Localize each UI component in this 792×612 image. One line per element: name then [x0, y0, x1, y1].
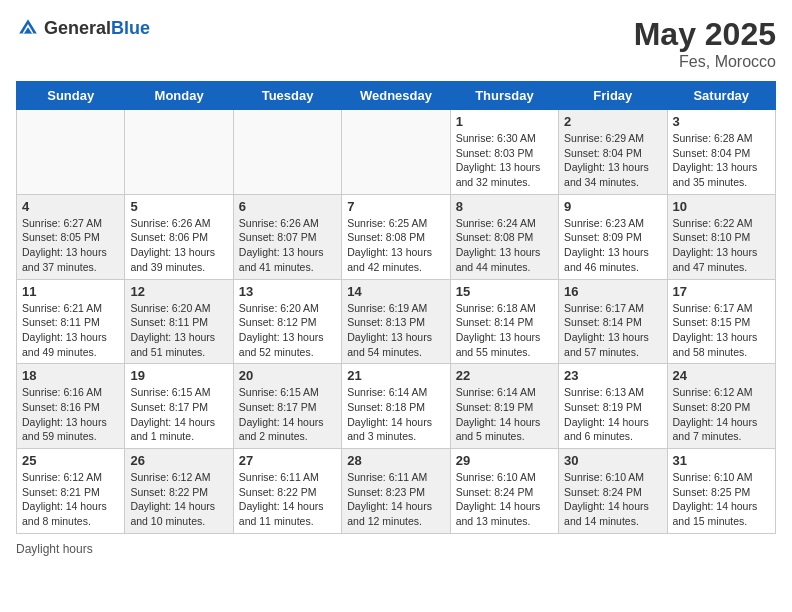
- calendar-cell: [125, 110, 233, 195]
- day-number: 5: [130, 199, 227, 214]
- weekday-header: Friday: [559, 82, 667, 110]
- day-info: Sunrise: 6:12 AM Sunset: 8:21 PM Dayligh…: [22, 470, 119, 529]
- day-number: 11: [22, 284, 119, 299]
- day-number: 24: [673, 368, 770, 383]
- day-info: Sunrise: 6:16 AM Sunset: 8:16 PM Dayligh…: [22, 385, 119, 444]
- day-number: 10: [673, 199, 770, 214]
- day-number: 3: [673, 114, 770, 129]
- day-info: Sunrise: 6:11 AM Sunset: 8:22 PM Dayligh…: [239, 470, 336, 529]
- day-number: 14: [347, 284, 444, 299]
- day-number: 9: [564, 199, 661, 214]
- day-info: Sunrise: 6:20 AM Sunset: 8:11 PM Dayligh…: [130, 301, 227, 360]
- calendar-cell: 2Sunrise: 6:29 AM Sunset: 8:04 PM Daylig…: [559, 110, 667, 195]
- calendar-week-row: 11Sunrise: 6:21 AM Sunset: 8:11 PM Dayli…: [17, 279, 776, 364]
- day-info: Sunrise: 6:24 AM Sunset: 8:08 PM Dayligh…: [456, 216, 553, 275]
- day-number: 21: [347, 368, 444, 383]
- day-number: 12: [130, 284, 227, 299]
- day-number: 26: [130, 453, 227, 468]
- page-header: GeneralBlue May 2025 Fes, Morocco: [16, 16, 776, 71]
- day-number: 6: [239, 199, 336, 214]
- month-year: May 2025: [634, 16, 776, 53]
- day-number: 13: [239, 284, 336, 299]
- day-info: Sunrise: 6:14 AM Sunset: 8:18 PM Dayligh…: [347, 385, 444, 444]
- calendar-cell: 4Sunrise: 6:27 AM Sunset: 8:05 PM Daylig…: [17, 194, 125, 279]
- day-number: 7: [347, 199, 444, 214]
- day-number: 18: [22, 368, 119, 383]
- day-info: Sunrise: 6:10 AM Sunset: 8:24 PM Dayligh…: [456, 470, 553, 529]
- day-info: Sunrise: 6:17 AM Sunset: 8:14 PM Dayligh…: [564, 301, 661, 360]
- day-number: 15: [456, 284, 553, 299]
- calendar-cell: 25Sunrise: 6:12 AM Sunset: 8:21 PM Dayli…: [17, 449, 125, 534]
- day-info: Sunrise: 6:10 AM Sunset: 8:25 PM Dayligh…: [673, 470, 770, 529]
- logo-blue: Blue: [111, 18, 150, 38]
- calendar-cell: 7Sunrise: 6:25 AM Sunset: 8:08 PM Daylig…: [342, 194, 450, 279]
- calendar-cell: [17, 110, 125, 195]
- day-info: Sunrise: 6:21 AM Sunset: 8:11 PM Dayligh…: [22, 301, 119, 360]
- day-number: 2: [564, 114, 661, 129]
- day-number: 29: [456, 453, 553, 468]
- weekday-header: Saturday: [667, 82, 775, 110]
- calendar-table: SundayMondayTuesdayWednesdayThursdayFrid…: [16, 81, 776, 534]
- calendar-cell: 9Sunrise: 6:23 AM Sunset: 8:09 PM Daylig…: [559, 194, 667, 279]
- day-info: Sunrise: 6:26 AM Sunset: 8:07 PM Dayligh…: [239, 216, 336, 275]
- weekday-header: Monday: [125, 82, 233, 110]
- day-number: 4: [22, 199, 119, 214]
- day-info: Sunrise: 6:27 AM Sunset: 8:05 PM Dayligh…: [22, 216, 119, 275]
- day-info: Sunrise: 6:12 AM Sunset: 8:20 PM Dayligh…: [673, 385, 770, 444]
- day-number: 1: [456, 114, 553, 129]
- calendar-cell: 14Sunrise: 6:19 AM Sunset: 8:13 PM Dayli…: [342, 279, 450, 364]
- calendar-week-row: 4Sunrise: 6:27 AM Sunset: 8:05 PM Daylig…: [17, 194, 776, 279]
- calendar-cell: 13Sunrise: 6:20 AM Sunset: 8:12 PM Dayli…: [233, 279, 341, 364]
- day-info: Sunrise: 6:19 AM Sunset: 8:13 PM Dayligh…: [347, 301, 444, 360]
- calendar-cell: 5Sunrise: 6:26 AM Sunset: 8:06 PM Daylig…: [125, 194, 233, 279]
- calendar-cell: 17Sunrise: 6:17 AM Sunset: 8:15 PM Dayli…: [667, 279, 775, 364]
- weekday-header: Tuesday: [233, 82, 341, 110]
- day-info: Sunrise: 6:26 AM Sunset: 8:06 PM Dayligh…: [130, 216, 227, 275]
- logo-icon: [16, 16, 40, 40]
- calendar-cell: 30Sunrise: 6:10 AM Sunset: 8:24 PM Dayli…: [559, 449, 667, 534]
- calendar-cell: 23Sunrise: 6:13 AM Sunset: 8:19 PM Dayli…: [559, 364, 667, 449]
- calendar-cell: 19Sunrise: 6:15 AM Sunset: 8:17 PM Dayli…: [125, 364, 233, 449]
- calendar-cell: 15Sunrise: 6:18 AM Sunset: 8:14 PM Dayli…: [450, 279, 558, 364]
- day-info: Sunrise: 6:14 AM Sunset: 8:19 PM Dayligh…: [456, 385, 553, 444]
- day-number: 25: [22, 453, 119, 468]
- weekday-header: Wednesday: [342, 82, 450, 110]
- calendar-cell: 29Sunrise: 6:10 AM Sunset: 8:24 PM Dayli…: [450, 449, 558, 534]
- calendar-cell: 31Sunrise: 6:10 AM Sunset: 8:25 PM Dayli…: [667, 449, 775, 534]
- calendar-week-row: 18Sunrise: 6:16 AM Sunset: 8:16 PM Dayli…: [17, 364, 776, 449]
- day-info: Sunrise: 6:20 AM Sunset: 8:12 PM Dayligh…: [239, 301, 336, 360]
- day-number: 16: [564, 284, 661, 299]
- weekday-header: Sunday: [17, 82, 125, 110]
- day-info: Sunrise: 6:29 AM Sunset: 8:04 PM Dayligh…: [564, 131, 661, 190]
- calendar-week-row: 1Sunrise: 6:30 AM Sunset: 8:03 PM Daylig…: [17, 110, 776, 195]
- day-number: 20: [239, 368, 336, 383]
- calendar-cell: [233, 110, 341, 195]
- calendar-cell: 18Sunrise: 6:16 AM Sunset: 8:16 PM Dayli…: [17, 364, 125, 449]
- logo: GeneralBlue: [16, 16, 150, 40]
- title-block: May 2025 Fes, Morocco: [634, 16, 776, 71]
- calendar-cell: 26Sunrise: 6:12 AM Sunset: 8:22 PM Dayli…: [125, 449, 233, 534]
- calendar-cell: 8Sunrise: 6:24 AM Sunset: 8:08 PM Daylig…: [450, 194, 558, 279]
- day-number: 31: [673, 453, 770, 468]
- day-number: 30: [564, 453, 661, 468]
- calendar-cell: 20Sunrise: 6:15 AM Sunset: 8:17 PM Dayli…: [233, 364, 341, 449]
- day-info: Sunrise: 6:12 AM Sunset: 8:22 PM Dayligh…: [130, 470, 227, 529]
- day-info: Sunrise: 6:13 AM Sunset: 8:19 PM Dayligh…: [564, 385, 661, 444]
- calendar-cell: 21Sunrise: 6:14 AM Sunset: 8:18 PM Dayli…: [342, 364, 450, 449]
- weekday-header: Thursday: [450, 82, 558, 110]
- logo-general: General: [44, 18, 111, 38]
- calendar-cell: 6Sunrise: 6:26 AM Sunset: 8:07 PM Daylig…: [233, 194, 341, 279]
- footer-label: Daylight hours: [16, 542, 93, 556]
- day-info: Sunrise: 6:23 AM Sunset: 8:09 PM Dayligh…: [564, 216, 661, 275]
- day-info: Sunrise: 6:25 AM Sunset: 8:08 PM Dayligh…: [347, 216, 444, 275]
- day-info: Sunrise: 6:11 AM Sunset: 8:23 PM Dayligh…: [347, 470, 444, 529]
- calendar-header-row: SundayMondayTuesdayWednesdayThursdayFrid…: [17, 82, 776, 110]
- calendar-cell: 11Sunrise: 6:21 AM Sunset: 8:11 PM Dayli…: [17, 279, 125, 364]
- calendar-cell: 28Sunrise: 6:11 AM Sunset: 8:23 PM Dayli…: [342, 449, 450, 534]
- day-number: 19: [130, 368, 227, 383]
- calendar-cell: 1Sunrise: 6:30 AM Sunset: 8:03 PM Daylig…: [450, 110, 558, 195]
- day-info: Sunrise: 6:17 AM Sunset: 8:15 PM Dayligh…: [673, 301, 770, 360]
- day-number: 8: [456, 199, 553, 214]
- footer: Daylight hours: [16, 542, 776, 556]
- calendar-cell: 24Sunrise: 6:12 AM Sunset: 8:20 PM Dayli…: [667, 364, 775, 449]
